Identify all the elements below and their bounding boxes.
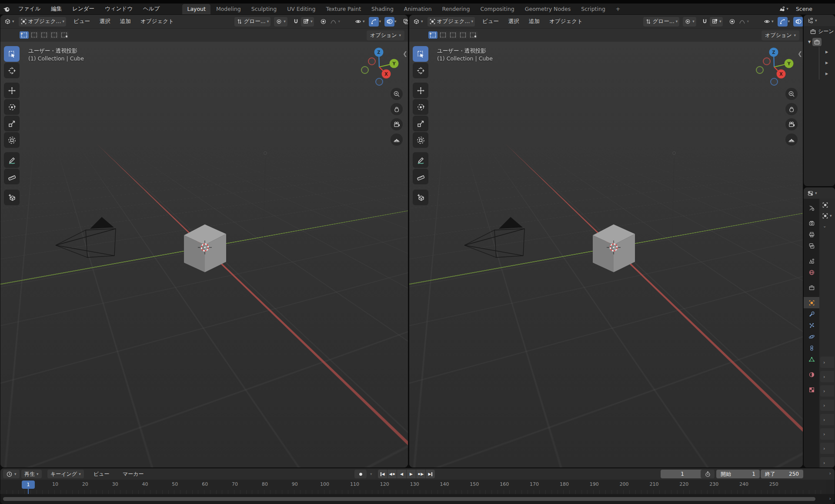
tool-cursor[interactable] [413,63,428,78]
collapsed-properties-panel[interactable]: › [820,457,834,467]
scene-collection-row[interactable]: シーン・コレクション [804,26,835,37]
menu-ファイル[interactable]: ファイル [13,3,46,14]
overlays-toggle[interactable] [384,17,394,27]
workspace-tab-Layout[interactable]: Layout [182,4,210,14]
outliner-collapsed-item[interactable]: ▶ [804,69,835,80]
properties-tab-scene[interactable] [804,255,819,267]
properties-tab-world[interactable] [804,267,819,278]
falloff-dropdown[interactable]: ▾ [737,17,751,27]
collapsed-properties-panel[interactable]: › [820,414,834,425]
play-button[interactable]: ▶ [407,470,416,478]
viewport-canvas[interactable]: ユーザー・透視投影 (1) Collection | Cube Z Y X ❮ [0,42,408,467]
viewport-menu-ビュー[interactable]: ビュー [478,18,504,25]
proportional-editing-toggle[interactable] [318,17,328,27]
collection-row[interactable]: ▼ [804,37,835,47]
frame-start-field[interactable]: 開始 1 [716,470,760,478]
xray-toggle[interactable] [401,17,408,27]
tool-move[interactable] [413,83,428,98]
tool-annotate[interactable] [413,152,428,168]
tool-move[interactable] [4,83,20,98]
transform-orientation-dropdown[interactable]: グロー... ▾ [234,17,271,27]
tool-scale[interactable] [413,116,428,131]
scene-browse-button[interactable]: ▾ [778,5,790,13]
properties-tab-material[interactable] [804,369,819,380]
workspace-tab-Geometry Nodes[interactable]: Geometry Nodes [520,4,575,14]
outliner-collapsed-item[interactable]: ▶ [804,47,835,58]
properties-tab-physics[interactable] [804,331,819,342]
transform-orientation-dropdown[interactable]: グロー... ▾ [643,17,680,27]
nav-zoom-button[interactable] [391,88,403,100]
pivot-point-dropdown[interactable]: ▾ [274,17,287,27]
use-preview-range-button[interactable] [701,470,715,478]
select-mode-subtract[interactable] [40,31,49,39]
playhead[interactable]: 1 [22,481,35,489]
jump-to-start-button[interactable]: ◀ [378,470,387,478]
viewport-menu-選択[interactable]: 選択 [504,18,524,25]
nav-pan-button[interactable] [785,103,798,115]
properties-tab-object-data[interactable] [804,354,819,365]
menu-ウィンドウ[interactable]: ウィンドウ [100,3,138,14]
tool-rotate[interactable] [413,99,428,115]
workspace-tab-Animation[interactable]: Animation [399,4,437,14]
auto-keying-record-button[interactable] [354,470,367,478]
horizontal-scrollbar[interactable] [3,497,815,501]
workspace-tab-+[interactable]: + [611,4,625,14]
select-mode-subtract[interactable] [448,31,458,39]
properties-tab-view-layer[interactable] [804,240,819,251]
overlays-toggle[interactable] [793,17,803,27]
editor-type-button[interactable]: ▾ [3,17,16,27]
frame-end-field[interactable]: 終了 250 [761,470,803,478]
sidebar-collapse-icon[interactable]: ❮ [403,50,407,57]
tool-measure[interactable] [4,169,20,184]
properties-tab-output[interactable] [804,229,819,240]
visibility-dropdown[interactable]: ▾ [762,17,775,27]
select-mode-intersect[interactable] [60,31,69,39]
select-mode-extend[interactable] [30,31,39,39]
tool-transform[interactable] [4,132,20,148]
menu-レンダー[interactable]: レンダー [67,3,100,14]
options-dropdown[interactable]: オプション ▾ [367,30,404,40]
workspace-tab-Sculpting[interactable]: Sculpting [247,4,281,14]
properties-tab-modifiers[interactable] [804,308,819,320]
blender-logo-icon[interactable] [0,5,13,13]
select-mode-intersect[interactable] [468,31,478,39]
viewport-menu-オブジェクト[interactable]: オブジェクト [544,18,588,25]
viewport-menu-追加[interactable]: 追加 [115,18,136,25]
object-breadcrumb-icon[interactable] [822,213,828,219]
viewport-menu-選択[interactable]: 選択 [95,18,115,25]
nav-zoom-button[interactable] [785,88,798,100]
tool-select-box[interactable] [4,46,20,62]
viewport-canvas[interactable]: ユーザー・透視投影 (1) Collection | Cube Z Y X ❮ [409,42,803,467]
proportional-editing-toggle[interactable] [727,17,737,27]
collection-button[interactable] [812,38,822,46]
panel-expand-icon[interactable]: ⌄ [819,219,835,228]
menu-編集[interactable]: 編集 [46,3,67,14]
viewport-menu-追加[interactable]: 追加 [524,18,544,25]
viewport-menu-ビュー[interactable]: ビュー [69,18,95,25]
timeline-menu-マーカー[interactable]: マーカー [120,470,147,478]
workspace-tab-Compositing[interactable]: Compositing [475,4,519,14]
collapsed-properties-panel[interactable]: › [820,357,834,368]
mode-dropdown[interactable]: オブジェク... ▾ [428,17,475,27]
properties-tab-constraints[interactable] [804,342,819,354]
workspace-tab-Modeling[interactable]: Modeling [211,4,246,14]
properties-editor-icon[interactable] [807,190,814,197]
workspace-tab-Scripting[interactable]: Scripting [576,4,610,14]
editor-type-button[interactable]: ▾ [411,17,425,27]
timeline-editor-type-button[interactable]: ▾ [3,470,20,478]
nav-perspective-toggle-button[interactable] [785,134,798,146]
tool-rotate[interactable] [4,99,20,115]
options-dropdown[interactable]: オプション ▾ [762,30,799,40]
workspace-tab-Shading[interactable]: Shading [367,4,398,14]
sidebar-collapse-icon[interactable]: ❮ [798,50,802,57]
nav-pan-button[interactable] [391,103,403,115]
properties-tab-render[interactable] [804,217,819,229]
nav-camera-view-button[interactable] [391,118,403,130]
gizmo-toggle[interactable] [369,17,379,27]
gizmo-toggle[interactable] [778,17,788,27]
collapsed-properties-panel[interactable]: › [820,371,834,382]
menu-ヘルプ[interactable]: ヘルプ [138,3,165,14]
outliner-editor-icon[interactable] [807,17,814,24]
navigation-gizmo[interactable]: Z Y X [360,43,402,88]
falloff-dropdown[interactable]: ▾ [328,17,342,27]
